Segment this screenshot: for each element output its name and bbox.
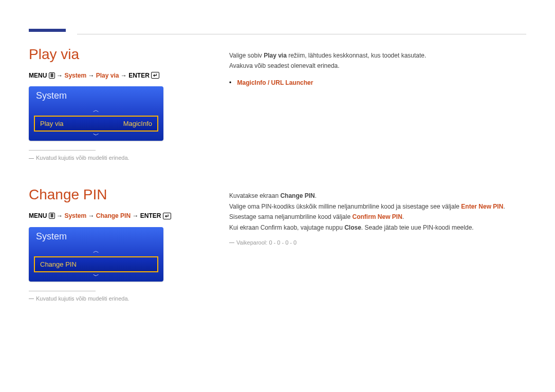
enter-icon: ↵ [163,213,171,219]
menu-item-label: Play via [40,120,64,127]
tip-text: Vaikeparool: 0 - 0 - 0 - 0 [236,239,297,246]
bc-arrow: → [86,72,96,79]
bc-playvia: Play via [96,72,119,79]
change-pin-left-col: Change PIN MENU Ⅲ → System → Change PIN … [29,186,229,301]
bc-changepin: Change PIN [96,212,131,219]
menu-item-label: Change PIN [40,260,77,268]
bc-menu-label: MENU [29,212,47,219]
change-pin-heading: Change PIN [29,186,229,203]
change-pin-tip: Vaikeparool: 0 - 0 - 0 - 0 [229,238,526,248]
footnote-rule [29,150,96,151]
footnote-rule [29,291,96,291]
panel-title: System [29,227,163,247]
dash-icon [29,298,34,299]
change-pin-line-1: Kuvatakse ekraan Change PIN. [229,191,526,201]
play-via-left-col: Play via MENU Ⅲ → System → Play via → EN… [29,46,229,161]
play-via-breadcrumb: MENU Ⅲ → System → Play via → ENTER ↵ [29,72,229,79]
play-via-menu-item[interactable]: Play via MagicInfo [34,116,158,132]
content-area: Play via MENU Ⅲ → System → Play via → EN… [29,46,526,302]
chevron-down-icon[interactable]: ﹀ [29,132,163,141]
menu-item-value: MagicInfo [123,120,152,127]
change-pin-footnote: Kuvatud kujutis võib mudeliti erineda. [29,295,229,302]
bc-enter-label: ENTER [128,72,150,79]
change-pin-breadcrumb: MENU Ⅲ → System → Change PIN → ENTER ↵ [29,212,229,219]
bc-arrow: → [119,72,128,79]
bc-enter-label: ENTER [140,212,161,219]
change-pin-menu-item[interactable]: Change PIN [34,256,158,272]
play-via-desc-1: Valige sobiv Play via režiim, lähtudes k… [229,50,526,61]
dash-icon [29,158,34,159]
bc-arrow: → [57,72,64,79]
bullet-icon: • [229,79,231,86]
panel-title: System [29,86,163,106]
play-via-footnote: Kuvatud kujutis võib mudeliti erineda. [29,155,229,161]
footnote-text: Kuvatud kujutis võib mudeliti erineda. [36,295,130,302]
bc-system: System [64,72,86,79]
menu-icon: Ⅲ [49,213,55,219]
bc-arrow: → [131,212,140,219]
dash-icon [229,242,234,243]
change-pin-line-3: Kui ekraan Confirm kaob, vajutage nuppu … [229,222,526,233]
play-via-bullet: • MagicInfo / URL Launcher [229,78,526,88]
chevron-up-icon[interactable]: ︿ [29,247,163,256]
bullet-text: MagicInfo / URL Launcher [237,79,313,86]
chevron-down-icon[interactable]: ﹀ [29,272,163,282]
chevron-up-icon[interactable]: ︿ [29,106,163,116]
bc-arrow: → [86,212,96,219]
header-rule [77,34,526,34]
section-change-pin: Change PIN MENU Ⅲ → System → Change PIN … [29,186,526,301]
change-pin-right-col: Kuvatakse ekraan Change PIN. Valige oma … [229,186,526,301]
header-accent-bar [29,29,66,32]
section-play-via: Play via MENU Ⅲ → System → Play via → EN… [29,46,526,161]
menu-icon: Ⅲ [49,72,55,79]
play-via-desc-2: Avakuva võib seadest olenevalt erineda. [229,61,526,71]
change-pin-line-2: Valige oma PIN-koodiks ükskõik milline n… [229,201,526,222]
bc-arrow: → [57,212,64,219]
play-via-heading: Play via [29,46,229,63]
play-via-panel: System ︿ Play via MagicInfo ﹀ [29,86,163,141]
footnote-text: Kuvatud kujutis võib mudeliti erineda. [36,155,130,161]
play-via-right-col: Valige sobiv Play via režiim, lähtudes k… [229,46,526,161]
bc-menu-label: MENU [29,72,47,79]
change-pin-panel: System ︿ Change PIN ﹀ [29,227,163,282]
enter-icon: ↵ [151,72,159,79]
bc-system: System [64,212,86,219]
